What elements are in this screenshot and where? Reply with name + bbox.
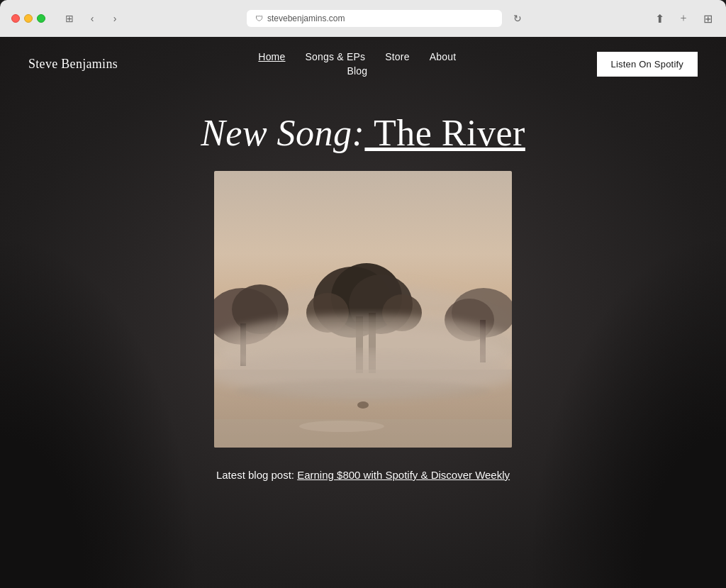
nav-blog[interactable]: Blog (347, 65, 367, 77)
reload-button[interactable]: ↻ (508, 9, 527, 28)
main-nav: Steve Benjamins Home Songs & EPs Store A… (0, 37, 726, 91)
svg-point-21 (357, 401, 369, 409)
fullscreen-button[interactable] (37, 14, 45, 23)
website-container: Steve Benjamins Home Songs & EPs Store A… (0, 37, 726, 588)
browser-chrome: ⊞ ‹ › 🛡 stevebenjamins.com ↻ ⬆ + ⊞ (0, 0, 726, 37)
blog-post-link[interactable]: Earning $800 with Spotify & Discover Wee… (297, 469, 510, 481)
nav-about[interactable]: About (430, 51, 457, 62)
toolbar-right: ⬆ + ⊞ (649, 9, 717, 28)
title-italic: New Song: (201, 113, 364, 153)
tab-grid-icon[interactable]: ⊞ (698, 9, 717, 28)
security-icon: 🛡 (255, 14, 263, 23)
nav-songs-eps[interactable]: Songs & EPs (305, 51, 365, 62)
svg-point-20 (235, 380, 491, 401)
minimize-button[interactable] (24, 14, 33, 23)
album-cover (214, 171, 512, 448)
new-tab-icon[interactable]: + (674, 9, 693, 28)
page-title: New Song: The River (201, 112, 525, 154)
address-bar[interactable]: 🛡 stevebenjamins.com (247, 10, 502, 27)
nav-row-bottom: Blog (347, 65, 367, 77)
spotify-button[interactable]: Listen On Spotify (597, 52, 698, 77)
address-bar-container: 🛡 stevebenjamins.com ↻ (130, 9, 644, 28)
main-content: New Song: The River (0, 91, 726, 481)
river-svg (214, 171, 512, 448)
nav-store[interactable]: Store (385, 51, 409, 62)
nav-home[interactable]: Home (258, 51, 285, 62)
browser-toolbar: ⊞ ‹ › 🛡 stevebenjamins.com ↻ ⬆ + ⊞ (45, 9, 726, 28)
traffic-lights (0, 14, 45, 23)
toolbar-left: ⊞ ‹ › (60, 9, 125, 28)
blog-post-section: Latest blog post: Earning $800 with Spot… (216, 469, 510, 481)
title-normal: The River (364, 113, 525, 153)
nav-row-top: Home Songs & EPs Store About (258, 51, 456, 62)
url-text: stevebenjamins.com (267, 13, 345, 23)
back-button[interactable]: ‹ (82, 9, 102, 28)
forward-button[interactable]: › (105, 9, 125, 28)
nav-links: Home Songs & EPs Store About Blog (258, 51, 456, 77)
svg-point-23 (299, 421, 384, 432)
close-button[interactable] (11, 14, 20, 23)
sidebar-toggle-button[interactable]: ⊞ (60, 9, 79, 28)
share-icon[interactable]: ⬆ (649, 9, 669, 28)
site-logo[interactable]: Steve Benjamins (28, 57, 118, 72)
blog-post-prefix: Latest blog post: (216, 469, 297, 481)
